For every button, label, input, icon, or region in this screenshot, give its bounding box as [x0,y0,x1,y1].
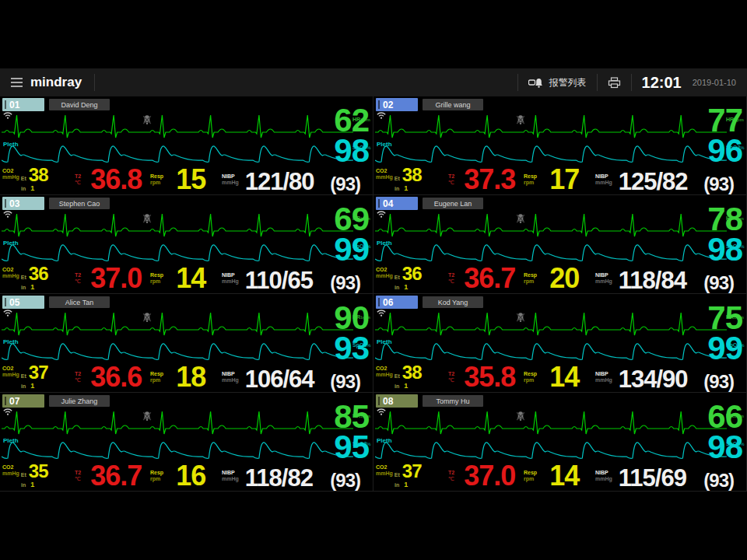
ecg-waveform [375,212,727,240]
hr-value: 77 [707,106,742,135]
mindray-logo: mindray [30,75,82,90]
patient-tile[interactable]: 05 Alice Tan HRbpm 90 Pleth SpO2% 93 [0,294,374,393]
nibp-mean-value: (93) [330,177,360,192]
co2-label: CO2mmHg [376,366,393,380]
co2-et-label: Et [21,176,26,181]
t2-label: T2℃ [75,272,81,286]
print-button[interactable] [608,77,621,89]
co2-et-label: Et [21,275,26,280]
nibp-label: NIBPmmHg [595,173,612,187]
co2-value: 35 [29,464,48,479]
bed-number-badge[interactable]: 05 [2,296,44,309]
vitals-row: CO2mmHg Et 36 in1 T2℃ 36.7 Resprpm [376,266,737,291]
spo2-value: 96 [707,136,742,166]
nibp-value: 106/64 [245,369,314,390]
alarm-list-button[interactable]: 报警列表 [528,76,587,89]
resp-label: Resprpm [150,470,163,484]
co2-label: CO2mmHg [376,464,393,478]
patient-tile[interactable]: 01 David Deng HRbpm 62 Pleth SpO2% 9 [0,96,374,195]
co2-value: 37 [29,365,48,380]
co2-group: CO2mmHg Et 37 in1 [376,464,448,488]
bed-number-badge[interactable]: 01 [2,98,44,111]
patient-tile-header: 02 Grille wang [376,98,483,111]
bed-number-badge[interactable]: 03 [2,197,44,210]
temperature-group: T2℃ 37.0 [448,464,524,488]
temperature-group: T2℃ 37.3 [448,168,524,192]
ecg-waveform [2,310,353,338]
patient-tile-header: 07 Julie Zhang [2,394,110,408]
patient-name[interactable]: Kod Yang [423,296,483,308]
patient-tile[interactable]: 02 Grille wang HRbpm 77 Pleth SpO2% [374,96,747,195]
badge-bar [5,397,6,405]
patient-tile[interactable]: 07 Julie Zhang HRbpm 85 Pleth SpO2% [0,393,374,492]
t2-label: T2℃ [75,173,81,187]
badge-bar [378,397,380,405]
patient-tile[interactable]: 04 Eugene Lan HRbpm 78 Pleth SpO2% 9 [374,195,747,294]
nibp-label: NIBPmmHg [595,470,612,484]
nibp-mean-value: (93) [703,473,734,488]
bed-number-badge[interactable]: 08 [376,394,418,408]
co2-inspired: in1 [21,481,34,488]
clock-date: 2019-01-10 [693,78,736,87]
nibp-group: NIBPmmHg 106/64 [222,369,314,390]
central-station-screen: mindray 报警列表 12:01 2019-01-10 [0,0,747,560]
nibp-label: NIBPmmHg [222,173,239,187]
t2-label: T2℃ [448,173,454,187]
pleth-waveform [375,240,727,264]
temperature-group: T2℃ 36.7 [75,464,150,488]
hr-value: 75 [707,303,742,333]
t2-value: 37.3 [464,168,515,192]
nibp-label: NIBPmmHg [595,371,612,385]
alarm-off-icon [142,411,153,422]
patient-tile-header: 06 Kod Yang [376,296,483,309]
resp-label: Resprpm [524,272,537,286]
nibp-mean-value: (93) [703,275,734,291]
temperature-group: T2℃ 37.0 [75,267,150,291]
resp-value: 17 [549,168,579,192]
hr-value: 62 [334,106,369,135]
spo2-value: 93 [334,334,369,363]
co2-group: CO2mmHg Et 36 in1 [2,266,75,291]
co2-value: 37 [402,464,422,479]
patient-name[interactable]: David Deng [49,99,110,110]
vitals-row: CO2mmHg Et 38 in1 T2℃ 35.8 Resprpm [376,365,737,390]
co2-inspired: in1 [21,283,34,291]
patient-name[interactable]: Stephen Cao [49,198,110,209]
resp-label: Resprpm [150,371,163,385]
resp-group: Resprpm 14 [524,366,595,390]
patient-name[interactable]: Grille wang [423,99,483,110]
co2-value: 38 [29,167,48,183]
bed-number-badge[interactable]: 04 [376,197,418,210]
patient-name[interactable]: Alice Tan [49,296,110,308]
patient-tile[interactable]: 06 Kod Yang HRbpm 75 Pleth SpO2% 99 [374,294,747,393]
resp-group: Resprpm 17 [524,168,595,192]
nibp-mean-value: (93) [703,374,734,390]
nibp-group: NIBPmmHg 118/84 [595,271,686,291]
alarm-off-icon [142,213,153,224]
header-divider [597,74,598,91]
nibp-label: NIBPmmHg [595,272,612,286]
bed-number: 08 [383,396,393,407]
bed-number-badge[interactable]: 07 [2,394,44,408]
resp-group: Resprpm 15 [150,168,222,192]
bed-number: 07 [9,396,19,407]
bed-number-badge[interactable]: 02 [376,98,418,111]
bed-number-badge[interactable]: 06 [376,296,418,309]
pleth-waveform [375,339,727,362]
resp-group: Resprpm 20 [524,267,595,291]
patient-tile[interactable]: 03 Stephen Cao HRbpm 69 Pleth SpO2% [0,195,374,294]
nibp-value: 115/69 [619,468,686,488]
patient-tile[interactable]: 08 Tommy Hu HRbpm 66 Pleth SpO2% 98 [374,393,747,492]
patient-name[interactable]: Julie Zhang [49,395,110,407]
nibp-mean-value: (93) [330,473,360,488]
co2-et-label: Et [395,275,400,280]
patient-name[interactable]: Eugene Lan [423,198,483,209]
co2-value: 38 [402,167,422,183]
patient-name[interactable]: Tommy Hu [423,395,483,407]
co2-label: CO2mmHg [376,168,393,182]
nibp-value: 118/84 [619,271,686,291]
spo2-value: 99 [707,334,742,363]
nibp-group: NIBPmmHg 121/80 [222,172,314,192]
menu-icon[interactable] [11,78,23,87]
nibp-group: NIBPmmHg 118/82 [222,468,313,488]
